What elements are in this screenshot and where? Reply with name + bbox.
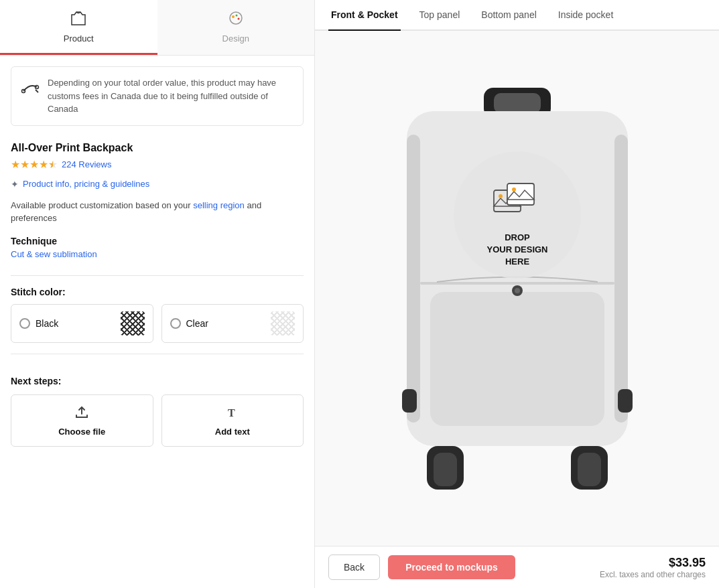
svg-rect-11 (614, 135, 628, 423)
tab-bar: Product Design (0, 0, 314, 56)
right-panel: Front & Pocket Top panel Bottom panel In… (315, 0, 719, 588)
svg-text:HERE: HERE (505, 256, 529, 267)
divider2 (11, 354, 304, 354)
svg-rect-8 (494, 93, 541, 113)
product-tab-icon (70, 9, 87, 31)
svg-rect-12 (420, 282, 614, 285)
backpack-svg: DROP YOUR DESIGN HERE (377, 81, 658, 496)
technique-section: Technique Cut & sew sublimation (11, 236, 304, 259)
stitch-radio-black (19, 318, 30, 329)
stitch-label: Stitch color: (11, 287, 304, 297)
panel-tab-inside[interactable]: Inside pocket (555, 0, 616, 31)
stitch-radio-clear (170, 318, 181, 329)
svg-text:YOUR DESIGN: YOUR DESIGN (486, 244, 547, 254)
svg-point-15 (515, 288, 520, 293)
stitch-option-clear-left: Clear (170, 318, 208, 329)
svg-rect-21 (618, 389, 633, 413)
stitch-section: Stitch color: Black Clear (0, 287, 314, 343)
choose-file-icon (74, 405, 89, 423)
svg-point-28 (512, 188, 516, 192)
notice-text: Depending on your total order value, thi… (48, 76, 293, 116)
stitch-option-black-left: Black (19, 318, 58, 329)
design-tab-icon (227, 9, 245, 31)
add-text-button[interactable]: T Add text (161, 394, 304, 447)
tab-product[interactable]: Product (0, 0, 157, 55)
next-steps-buttons: Choose file T Add text (11, 394, 304, 447)
stitch-option-black[interactable]: Black (11, 304, 153, 343)
svg-text:DROP: DROP (505, 232, 530, 242)
customization-highlight: selling region (193, 200, 245, 210)
svg-point-0 (230, 12, 242, 24)
svg-rect-19 (578, 453, 601, 486)
panel-tab-top[interactable]: Top panel (417, 0, 463, 31)
info-link-text: Product info, pricing & guidelines (23, 179, 149, 189)
price-value: $33.95 (600, 556, 706, 570)
panel-tabs: Front & Pocket Top panel Bottom panel In… (315, 0, 719, 31)
stars: ★★★★★★ (11, 158, 58, 171)
tab-design[interactable]: Design (157, 0, 315, 55)
notice-banner: Depending on your total order value, thi… (11, 66, 304, 126)
technique-label: Technique (11, 236, 304, 246)
svg-point-2 (235, 15, 237, 17)
panel-tab-front-pocket[interactable]: Front & Pocket (328, 0, 401, 31)
svg-rect-20 (402, 389, 417, 413)
next-steps-label: Next steps: (11, 376, 304, 386)
price-note: Excl. taxes and other charges (600, 570, 706, 579)
product-name: All-Over Print Backpack (11, 142, 304, 154)
back-button[interactable]: Back (328, 555, 380, 580)
info-link-icon: ✦ (11, 179, 19, 190)
price-info: $33.95 Excl. taxes and other charges (600, 556, 706, 579)
divider (11, 275, 304, 276)
svg-rect-17 (434, 453, 457, 486)
product-info-link[interactable]: ✦ Product info, pricing & guidelines (11, 179, 304, 190)
stitch-option-clear[interactable]: Clear (161, 304, 304, 343)
design-tab-label: Design (222, 33, 249, 44)
svg-rect-10 (407, 135, 420, 423)
stitch-name-black: Black (36, 318, 58, 329)
next-steps: Next steps: Choose file T (0, 365, 314, 457)
left-panel: Product Design (0, 0, 315, 588)
bottom-bar: Back Proceed to mockups $33.95 Excl. tax… (315, 546, 719, 588)
panel-tab-bottom[interactable]: Bottom panel (478, 0, 539, 31)
stitch-options: Black Clear (11, 304, 304, 343)
stitch-name-clear: Clear (186, 318, 208, 329)
left-bottom-bar: Back Proceed to mockups (328, 555, 515, 580)
reviews-link[interactable]: 224 Reviews (62, 159, 111, 169)
svg-rect-13 (430, 292, 604, 426)
svg-text:T: T (228, 407, 235, 419)
proceed-button[interactable]: Proceed to mockups (388, 555, 515, 579)
stars-row: ★★★★★★ 224 Reviews (11, 158, 304, 171)
backpack-container: DROP YOUR DESIGN HERE (377, 81, 658, 496)
choose-file-button[interactable]: Choose file (11, 394, 153, 447)
svg-point-1 (232, 15, 235, 18)
product-info: All-Over Print Backpack ★★★★★★ 224 Revie… (0, 131, 314, 265)
notice-icon (21, 78, 40, 100)
product-tab-label: Product (64, 33, 94, 44)
choose-file-label: Choose file (58, 427, 105, 437)
svg-point-3 (237, 18, 239, 20)
add-text-label: Add text (215, 427, 250, 437)
add-text-icon: T (225, 405, 240, 423)
svg-point-25 (499, 194, 503, 198)
technique-value: Cut & sew sublimation (11, 249, 304, 259)
stitch-preview-clear (271, 311, 295, 336)
customization-text: Available product customization based on… (11, 199, 304, 225)
preview-area: DROP YOUR DESIGN HERE (315, 31, 719, 546)
stitch-preview-black (121, 311, 145, 336)
